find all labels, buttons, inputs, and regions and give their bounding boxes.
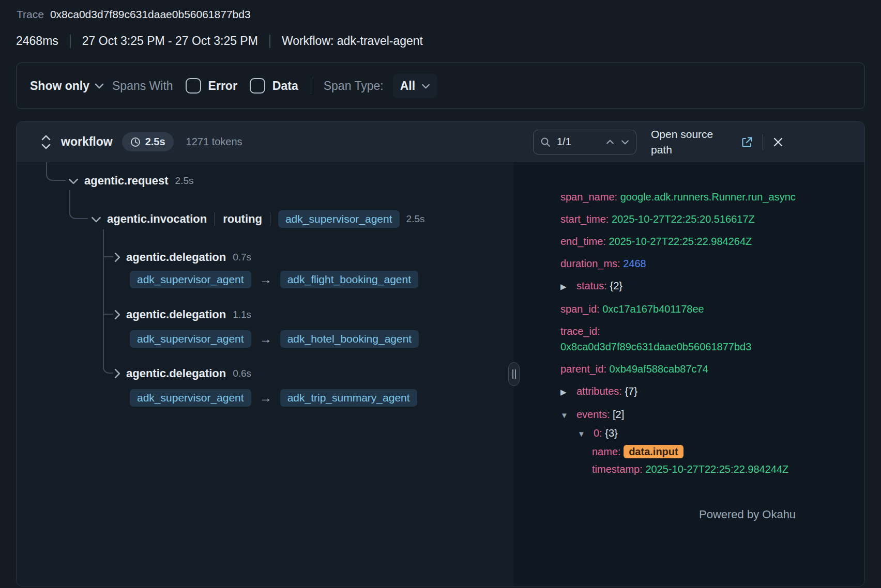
arrow-right-icon: → xyxy=(260,391,272,405)
span-name[interactable]: agentic.delegation xyxy=(126,367,226,380)
collapse-triangle-icon[interactable]: ▼ xyxy=(578,426,594,442)
divider xyxy=(311,77,311,95)
detail-value: {2} xyxy=(610,280,622,291)
show-only-label: Show only xyxy=(30,79,89,93)
expand-collapse-icon[interactable] xyxy=(40,134,52,150)
chevron-up-icon[interactable] xyxy=(606,140,614,145)
chevron-down-icon[interactable] xyxy=(91,216,101,223)
pane-resize-handle[interactable] xyxy=(508,362,520,386)
search-input[interactable]: 1/1 xyxy=(533,130,636,154)
panel-header: workflow 2.5s 1271 tokens 1/1 xyxy=(17,122,864,162)
error-checkbox[interactable] xyxy=(186,78,201,94)
detail-value: {7} xyxy=(625,385,637,397)
detail-value: 2025-10-27T22:25:22.984244Z xyxy=(645,463,788,475)
tree-row-agentic-delegation-3[interactable]: agentic.delegation 0.6s xyxy=(114,364,251,383)
chevron-down-icon xyxy=(95,83,104,89)
detail-value: 0xb49af588cab87c74 xyxy=(610,363,708,375)
token-count: 1271 tokens xyxy=(186,136,242,148)
spans-with-label: Spans With xyxy=(112,79,173,93)
detail-value: google.adk.runners.Runner.run_async xyxy=(620,191,796,203)
span-duration: 2.5s xyxy=(406,213,425,225)
tree-row-agentic-delegation-2[interactable]: agentic.delegation 1.1s xyxy=(114,305,251,324)
trace-duration: 2468ms xyxy=(16,34,58,48)
chevron-right-icon[interactable] xyxy=(114,252,120,262)
workflow-name: Workflow: adk-travel-agent xyxy=(282,34,423,48)
arrow-right-icon: → xyxy=(260,272,272,287)
detail-key: parent_id: xyxy=(560,363,606,375)
chevron-down-icon xyxy=(421,83,430,89)
open-source-path-link[interactable]: Open source path xyxy=(651,127,753,157)
span-duration: 2.5s xyxy=(175,175,194,187)
detail-duration-ms: duration_ms: 2468 xyxy=(560,256,801,271)
powered-by-label: Powered by Okahu xyxy=(699,508,796,521)
arrow-right-icon: → xyxy=(260,332,272,346)
tree-connector xyxy=(69,190,88,219)
detail-span-id: span_id: 0xc17a167b401178ee xyxy=(560,301,801,317)
chevron-right-icon[interactable] xyxy=(114,310,120,320)
expand-triangle-icon[interactable]: ▶ xyxy=(560,279,576,295)
search-match-count: 1/1 xyxy=(557,136,571,148)
tree-row-agentic-invocation[interactable]: agentic.invocation routing adk_superviso… xyxy=(91,210,424,228)
close-icon[interactable] xyxy=(772,136,784,148)
divider xyxy=(215,212,215,226)
detail-event-0: ▼0: {3} xyxy=(578,425,818,442)
detail-key: trace_id: xyxy=(560,326,600,337)
expand-triangle-icon[interactable]: ▶ xyxy=(560,384,576,400)
clock-icon xyxy=(130,137,141,147)
error-label[interactable]: Error xyxy=(208,79,237,93)
agent-chip[interactable]: adk_supervisor_agent xyxy=(130,271,251,288)
show-only-dropdown[interactable]: Show only xyxy=(30,79,104,93)
span-name[interactable]: agentic.invocation xyxy=(107,212,207,226)
collapse-triangle-icon[interactable]: ▼ xyxy=(560,408,576,423)
filter-bar: Show only Spans With Error Data Span Typ… xyxy=(16,63,865,109)
data-checkbox[interactable] xyxy=(250,78,265,94)
span-route: routing xyxy=(223,212,262,226)
detail-events: ▼events: [2] xyxy=(560,407,801,423)
detail-parent-id: parent_id: 0xb49af588cab87c74 xyxy=(560,361,801,377)
detail-attributes: ▶attributes: {7} xyxy=(560,383,801,400)
detail-value: [2] xyxy=(613,409,624,420)
event-name-badge: data.input xyxy=(624,445,683,458)
chevron-right-icon[interactable] xyxy=(114,368,120,379)
detail-span-name: span_name: google.adk.runners.Runner.run… xyxy=(560,189,801,205)
divider xyxy=(270,212,270,226)
detail-end-time: end_time: 2025-10-27T22:25:22.984264Z xyxy=(560,234,801,249)
data-label[interactable]: Data xyxy=(272,79,298,93)
detail-key: span_name: xyxy=(560,191,617,203)
chevron-down-icon[interactable] xyxy=(68,178,79,184)
span-duration: 0.7s xyxy=(233,252,251,263)
tree-connector xyxy=(103,250,113,257)
workflow-title: workflow xyxy=(61,135,113,149)
detail-key: name: xyxy=(592,446,621,457)
detail-event-name: name: data.input xyxy=(592,444,832,459)
delegation-agents-3: adk_supervisor_agent → adk_trip_summary_… xyxy=(130,388,417,408)
span-name[interactable]: agentic.request xyxy=(84,174,169,188)
detail-value: 0xc17a167b401178ee xyxy=(602,303,704,315)
agent-chip[interactable]: adk_supervisor_agent xyxy=(130,389,251,407)
tree-row-agentic-delegation-1[interactable]: agentic.delegation 0.7s xyxy=(114,248,251,267)
divider xyxy=(70,35,71,48)
agent-chip[interactable]: adk_trip_summary_agent xyxy=(280,389,417,407)
panel-body: agentic.request 2.5s agentic.invocation … xyxy=(17,162,864,586)
tree-connector xyxy=(46,162,66,181)
detail-value: 2025-10-27T22:25:22.984264Z xyxy=(609,236,752,247)
span-name[interactable]: agentic.delegation xyxy=(126,251,226,264)
detail-key: start_time: xyxy=(560,213,609,225)
detail-value: {3} xyxy=(605,427,617,439)
chevron-down-icon[interactable] xyxy=(621,140,629,145)
tree-row-agentic-request[interactable]: agentic.request 2.5s xyxy=(68,172,194,190)
span-type-value: All xyxy=(400,79,415,93)
detail-key: span_id: xyxy=(560,303,600,315)
tree-connector xyxy=(103,359,113,374)
agent-chip[interactable]: adk_supervisor_agent xyxy=(278,210,400,228)
trace-label: Trace xyxy=(17,8,44,20)
span-type-select[interactable]: All xyxy=(393,74,437,98)
divider xyxy=(269,35,270,48)
agent-chip[interactable]: adk_hotel_booking_agent xyxy=(280,330,419,348)
span-name[interactable]: agentic.delegation xyxy=(126,308,226,321)
detail-key: timestamp: xyxy=(592,463,643,475)
agent-chip[interactable]: adk_flight_booking_agent xyxy=(280,271,418,288)
agent-chip[interactable]: adk_supervisor_agent xyxy=(130,330,251,348)
detail-key: events: xyxy=(576,409,610,420)
panel-header-actions: 1/1 Open source path xyxy=(533,122,784,162)
